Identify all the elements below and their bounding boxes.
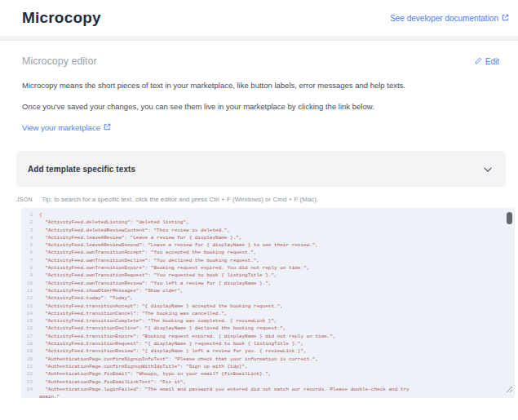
code-text: "ActivityFeed.deletedReviewContent": "Th… xyxy=(39,227,230,234)
code-text: "ActivityFeed.leaveAReview": "Leave a re… xyxy=(39,234,241,241)
code-line: 15 "ActivityFeed.transitionComplete": "T… xyxy=(21,317,515,325)
code-text: "ActivityFeed.ownTransitionExpire": "Boo… xyxy=(39,264,309,272)
code-text: "ActivityFeed.transitionReview": "{ disp… xyxy=(39,347,307,355)
code-line: 14 "ActivityFeed.transitionCancel": "The… xyxy=(21,310,515,317)
code-line: 12 "ActivityFeed.today": "Today", xyxy=(21,294,515,302)
code-line: 18 "ActivityFeed.transitionRequest": "{ … xyxy=(21,340,515,347)
description-paragraph-1: Microcopy means the short pieces of text… xyxy=(22,79,453,92)
line-number: 19 xyxy=(21,347,39,355)
code-line: 17 "ActivityFeed.transitionExpire": "Boo… xyxy=(21,333,515,340)
view-marketplace-link[interactable]: View your marketplace xyxy=(22,123,111,132)
accordion-label: Add template specific texts xyxy=(28,165,135,174)
editor-tip: Tip: to search for a specific text, clic… xyxy=(42,196,318,203)
code-text: "ActivityFeed.ownTransitionReview": "You… xyxy=(39,280,271,287)
code-line: 9 "ActivityFeed.ownTransitionRequest": "… xyxy=(21,272,515,279)
line-number: 10 xyxy=(21,280,39,287)
code-lines: 1{2 "ActivityFeed.deletedListing": "dele… xyxy=(21,211,515,398)
view-marketplace-link-label: View your marketplace xyxy=(22,123,100,132)
page-title: Microcopy xyxy=(22,9,101,27)
line-number: 3 xyxy=(21,227,39,234)
code-text: "ActivityFeed.leaveAReviewSecond": "Leav… xyxy=(39,241,318,249)
code-text: "AuthenticationPage.confirmSignupInfoTex… xyxy=(39,356,318,363)
line-number: 20 xyxy=(21,356,39,363)
code-line: 8 "ActivityFeed.ownTransitionExpire": "B… xyxy=(21,264,515,272)
pencil-icon xyxy=(475,57,482,66)
line-number: 2 xyxy=(21,219,39,226)
line-number: 12 xyxy=(21,294,39,302)
code-text: "AuthenticationPage.fixEmailLinkText": "… xyxy=(39,378,186,386)
section-heading: Microcopy editor xyxy=(22,55,97,67)
code-text: "ActivityFeed.transitionComplete": "The … xyxy=(39,317,277,325)
code-line: 23 "AuthenticationPage.fixEmailLinkText"… xyxy=(21,378,515,386)
code-text: "ActivityFeed.ownTransitionAccept": "You… xyxy=(39,249,256,256)
editor-meta-row: JSON Tip: to search for a specific text,… xyxy=(16,196,499,203)
line-number: 23 xyxy=(21,378,39,386)
developer-docs-link-label: See developer documentation xyxy=(390,14,498,23)
code-text: "ActivityFeed.deletedListing": "deleted … xyxy=(39,219,189,226)
header-divider xyxy=(0,36,518,41)
microcopy-editor-card: Microcopy editor Edit Microcopy means th… xyxy=(0,55,518,398)
code-line: 2 "ActivityFeed.deletedListing": "delete… xyxy=(21,219,515,226)
edit-button-label: Edit xyxy=(485,57,499,66)
code-line: 10 "ActivityFeed.ownTransitionReview": "… xyxy=(21,280,515,287)
line-number: 4 xyxy=(21,234,39,241)
line-number: 13 xyxy=(21,303,39,310)
developer-docs-link[interactable]: See developer documentation xyxy=(390,14,509,23)
external-link-icon xyxy=(104,123,111,132)
code-line: 13 "ActivityFeed.transitionAccept": "{ d… xyxy=(21,303,515,310)
code-line: 22 "AuthenticationPage.fixEmail": "Whoop… xyxy=(21,370,515,378)
line-number: 16 xyxy=(21,325,39,332)
description-paragraph-2: Once you've saved your changes, you can … xyxy=(22,100,453,113)
editor-scrollbar-thumb[interactable] xyxy=(507,212,512,224)
line-number: 18 xyxy=(21,340,39,347)
line-number: 6 xyxy=(21,249,39,256)
code-line: 21 "AuthenticationPage.confirmSignupWith… xyxy=(21,363,515,370)
json-code-editor[interactable]: 1{2 "ActivityFeed.deletedListing": "dele… xyxy=(21,208,515,398)
line-number: 8 xyxy=(21,264,39,272)
code-text: "ActivityFeed.transitionDecline": "{ dis… xyxy=(39,325,286,332)
chevron-down-icon xyxy=(484,161,492,176)
page-header: Microcopy See developer documentation xyxy=(0,0,518,36)
code-line: 16 "ActivityFeed.transitionDecline": "{ … xyxy=(21,325,515,332)
resize-handle-icon[interactable] xyxy=(506,382,513,396)
line-number: 21 xyxy=(21,363,39,370)
code-line: 5 "ActivityFeed.leaveAReviewSecond": "Le… xyxy=(21,241,515,249)
code-text: "ActivityFeed.today": "Today", xyxy=(39,294,133,302)
code-text: "ActivityFeed.ownTransitionDecline": "Yo… xyxy=(39,257,259,264)
code-text: "ActivityFeed.transitionCancel": "The bo… xyxy=(39,310,227,317)
line-number: 22 xyxy=(21,370,39,378)
code-text: "ActivityFeed.transitionRequest": "{ dis… xyxy=(39,340,303,347)
code-text: "ActivityFeed.showOlderMessages": "Show … xyxy=(39,287,183,294)
code-line: 7 "ActivityFeed.ownTransitionDecline": "… xyxy=(21,257,515,264)
code-text: "AuthenticationPage.fixEmail": "Whoops, … xyxy=(39,370,271,378)
line-number: 1 xyxy=(21,211,39,219)
code-text: "AuthenticationPage.loginFailed": "The e… xyxy=(39,386,418,398)
edit-button[interactable]: Edit xyxy=(475,57,499,66)
line-number: 7 xyxy=(21,257,39,264)
code-line: 6 "ActivityFeed.ownTransitionAccept": "Y… xyxy=(21,249,515,256)
line-number: 17 xyxy=(21,333,39,340)
code-line: 19 "ActivityFeed.transitionReview": "{ d… xyxy=(21,347,515,355)
code-text: "ActivityFeed.ownTransitionRequest": "Yo… xyxy=(39,272,277,279)
code-line: 20 "AuthenticationPage.confirmSignupInfo… xyxy=(21,356,515,363)
accordion-add-template-texts[interactable]: Add template specific texts xyxy=(16,151,506,187)
format-label: JSON xyxy=(16,197,33,202)
code-text: "ActivityFeed.transitionExpire": "Bookin… xyxy=(39,333,336,340)
line-number: 5 xyxy=(21,241,39,249)
code-text: "AuthenticationPage.confirmSignupWithIdp… xyxy=(39,363,248,370)
code-line: 4 "ActivityFeed.leaveAReview": "Leave a … xyxy=(21,234,515,241)
line-number: 15 xyxy=(21,317,39,325)
code-line: 11 "ActivityFeed.showOlderMessages": "Sh… xyxy=(21,287,515,294)
code-line: 24 "AuthenticationPage.loginFailed": "Th… xyxy=(21,386,515,398)
line-number: 14 xyxy=(21,310,39,317)
code-line: 3 "ActivityFeed.deletedReviewContent": "… xyxy=(21,227,515,234)
line-number: 11 xyxy=(21,287,39,294)
line-number: 24 xyxy=(21,386,39,398)
code-line: 1{ xyxy=(21,211,515,219)
code-text: "ActivityFeed.transitionAccept": "{ disp… xyxy=(39,303,283,310)
code-text: { xyxy=(39,211,42,219)
line-number: 9 xyxy=(21,272,39,279)
external-link-icon xyxy=(502,14,509,23)
